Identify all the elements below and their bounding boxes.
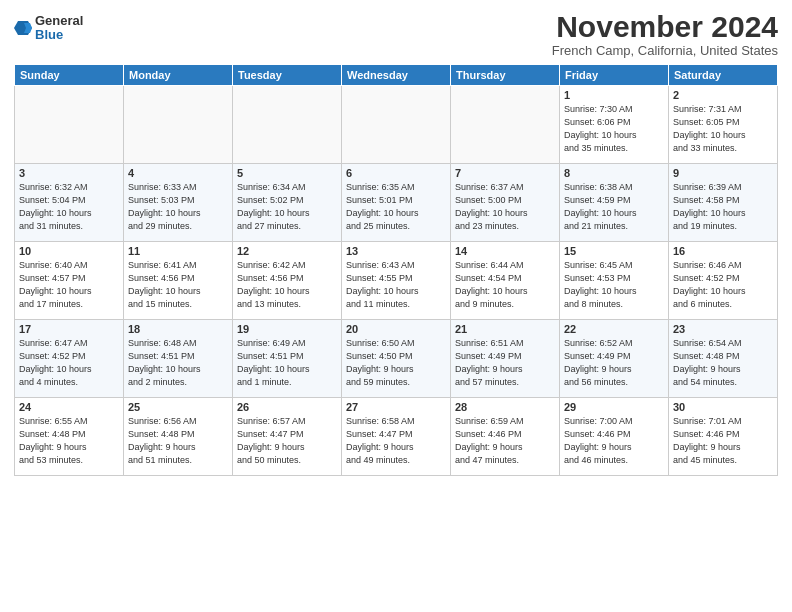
- calendar-cell: 23Sunrise: 6:54 AMSunset: 4:48 PMDayligh…: [669, 320, 778, 398]
- day-info: Sunrise: 7:31 AMSunset: 6:05 PMDaylight:…: [673, 103, 773, 155]
- calendar-week-1: 1Sunrise: 7:30 AMSunset: 6:06 PMDaylight…: [15, 86, 778, 164]
- day-info: Sunrise: 6:51 AMSunset: 4:49 PMDaylight:…: [455, 337, 555, 389]
- day-number: 5: [237, 167, 337, 179]
- calendar-cell: 15Sunrise: 6:45 AMSunset: 4:53 PMDayligh…: [560, 242, 669, 320]
- day-info: Sunrise: 6:46 AMSunset: 4:52 PMDaylight:…: [673, 259, 773, 311]
- calendar-week-4: 17Sunrise: 6:47 AMSunset: 4:52 PMDayligh…: [15, 320, 778, 398]
- calendar-cell: 5Sunrise: 6:34 AMSunset: 5:02 PMDaylight…: [233, 164, 342, 242]
- calendar-cell: 9Sunrise: 6:39 AMSunset: 4:58 PMDaylight…: [669, 164, 778, 242]
- calendar-cell: [342, 86, 451, 164]
- calendar-header-saturday: Saturday: [669, 65, 778, 86]
- calendar-cell: [124, 86, 233, 164]
- day-info: Sunrise: 6:40 AMSunset: 4:57 PMDaylight:…: [19, 259, 119, 311]
- day-number: 6: [346, 167, 446, 179]
- day-info: Sunrise: 6:59 AMSunset: 4:46 PMDaylight:…: [455, 415, 555, 467]
- calendar-cell: 10Sunrise: 6:40 AMSunset: 4:57 PMDayligh…: [15, 242, 124, 320]
- day-number: 17: [19, 323, 119, 335]
- calendar-cell: 22Sunrise: 6:52 AMSunset: 4:49 PMDayligh…: [560, 320, 669, 398]
- logo-general: General: [35, 14, 83, 28]
- day-number: 25: [128, 401, 228, 413]
- day-info: Sunrise: 6:32 AMSunset: 5:04 PMDaylight:…: [19, 181, 119, 233]
- calendar-cell: 6Sunrise: 6:35 AMSunset: 5:01 PMDaylight…: [342, 164, 451, 242]
- calendar-header-tuesday: Tuesday: [233, 65, 342, 86]
- day-info: Sunrise: 6:34 AMSunset: 5:02 PMDaylight:…: [237, 181, 337, 233]
- day-number: 10: [19, 245, 119, 257]
- day-number: 14: [455, 245, 555, 257]
- day-info: Sunrise: 6:50 AMSunset: 4:50 PMDaylight:…: [346, 337, 446, 389]
- calendar-cell: 24Sunrise: 6:55 AMSunset: 4:48 PMDayligh…: [15, 398, 124, 476]
- day-info: Sunrise: 6:45 AMSunset: 4:53 PMDaylight:…: [564, 259, 664, 311]
- calendar-cell: 4Sunrise: 6:33 AMSunset: 5:03 PMDaylight…: [124, 164, 233, 242]
- day-number: 9: [673, 167, 773, 179]
- day-number: 13: [346, 245, 446, 257]
- day-info: Sunrise: 6:41 AMSunset: 4:56 PMDaylight:…: [128, 259, 228, 311]
- calendar-cell: 11Sunrise: 6:41 AMSunset: 4:56 PMDayligh…: [124, 242, 233, 320]
- calendar-header-friday: Friday: [560, 65, 669, 86]
- calendar-header-sunday: Sunday: [15, 65, 124, 86]
- calendar-cell: [15, 86, 124, 164]
- day-number: 7: [455, 167, 555, 179]
- day-info: Sunrise: 6:43 AMSunset: 4:55 PMDaylight:…: [346, 259, 446, 311]
- calendar-header-row: SundayMondayTuesdayWednesdayThursdayFrid…: [15, 65, 778, 86]
- calendar-week-2: 3Sunrise: 6:32 AMSunset: 5:04 PMDaylight…: [15, 164, 778, 242]
- day-info: Sunrise: 6:42 AMSunset: 4:56 PMDaylight:…: [237, 259, 337, 311]
- day-number: 1: [564, 89, 664, 101]
- calendar-cell: 12Sunrise: 6:42 AMSunset: 4:56 PMDayligh…: [233, 242, 342, 320]
- day-info: Sunrise: 6:37 AMSunset: 5:00 PMDaylight:…: [455, 181, 555, 233]
- calendar-cell: 2Sunrise: 7:31 AMSunset: 6:05 PMDaylight…: [669, 86, 778, 164]
- day-number: 19: [237, 323, 337, 335]
- day-info: Sunrise: 6:48 AMSunset: 4:51 PMDaylight:…: [128, 337, 228, 389]
- calendar-cell: 3Sunrise: 6:32 AMSunset: 5:04 PMDaylight…: [15, 164, 124, 242]
- day-number: 2: [673, 89, 773, 101]
- day-number: 21: [455, 323, 555, 335]
- day-info: Sunrise: 6:39 AMSunset: 4:58 PMDaylight:…: [673, 181, 773, 233]
- calendar-cell: [233, 86, 342, 164]
- day-number: 11: [128, 245, 228, 257]
- day-info: Sunrise: 6:38 AMSunset: 4:59 PMDaylight:…: [564, 181, 664, 233]
- calendar-week-3: 10Sunrise: 6:40 AMSunset: 4:57 PMDayligh…: [15, 242, 778, 320]
- day-info: Sunrise: 6:44 AMSunset: 4:54 PMDaylight:…: [455, 259, 555, 311]
- day-number: 28: [455, 401, 555, 413]
- logo-blue: Blue: [35, 28, 83, 42]
- logo-text: General Blue: [35, 14, 83, 43]
- logo: General Blue: [14, 14, 83, 43]
- calendar-cell: 25Sunrise: 6:56 AMSunset: 4:48 PMDayligh…: [124, 398, 233, 476]
- calendar-header-wednesday: Wednesday: [342, 65, 451, 86]
- calendar-cell: 17Sunrise: 6:47 AMSunset: 4:52 PMDayligh…: [15, 320, 124, 398]
- calendar-cell: 29Sunrise: 7:00 AMSunset: 4:46 PMDayligh…: [560, 398, 669, 476]
- calendar-cell: 28Sunrise: 6:59 AMSunset: 4:46 PMDayligh…: [451, 398, 560, 476]
- day-number: 20: [346, 323, 446, 335]
- calendar-cell: 27Sunrise: 6:58 AMSunset: 4:47 PMDayligh…: [342, 398, 451, 476]
- day-info: Sunrise: 6:55 AMSunset: 4:48 PMDaylight:…: [19, 415, 119, 467]
- day-info: Sunrise: 6:57 AMSunset: 4:47 PMDaylight:…: [237, 415, 337, 467]
- day-info: Sunrise: 6:49 AMSunset: 4:51 PMDaylight:…: [237, 337, 337, 389]
- day-info: Sunrise: 6:35 AMSunset: 5:01 PMDaylight:…: [346, 181, 446, 233]
- day-number: 4: [128, 167, 228, 179]
- day-number: 26: [237, 401, 337, 413]
- month-title: November 2024: [552, 10, 778, 43]
- day-info: Sunrise: 7:00 AMSunset: 4:46 PMDaylight:…: [564, 415, 664, 467]
- day-info: Sunrise: 6:33 AMSunset: 5:03 PMDaylight:…: [128, 181, 228, 233]
- day-info: Sunrise: 7:30 AMSunset: 6:06 PMDaylight:…: [564, 103, 664, 155]
- calendar-header-monday: Monday: [124, 65, 233, 86]
- day-info: Sunrise: 6:47 AMSunset: 4:52 PMDaylight:…: [19, 337, 119, 389]
- day-number: 29: [564, 401, 664, 413]
- day-number: 30: [673, 401, 773, 413]
- day-number: 22: [564, 323, 664, 335]
- calendar-cell: 14Sunrise: 6:44 AMSunset: 4:54 PMDayligh…: [451, 242, 560, 320]
- day-info: Sunrise: 6:58 AMSunset: 4:47 PMDaylight:…: [346, 415, 446, 467]
- calendar-cell: 18Sunrise: 6:48 AMSunset: 4:51 PMDayligh…: [124, 320, 233, 398]
- location: French Camp, California, United States: [552, 43, 778, 58]
- page: General Blue November 2024 French Camp, …: [0, 0, 792, 612]
- day-number: 3: [19, 167, 119, 179]
- day-number: 16: [673, 245, 773, 257]
- day-number: 18: [128, 323, 228, 335]
- day-number: 8: [564, 167, 664, 179]
- calendar-cell: 20Sunrise: 6:50 AMSunset: 4:50 PMDayligh…: [342, 320, 451, 398]
- day-number: 15: [564, 245, 664, 257]
- calendar: SundayMondayTuesdayWednesdayThursdayFrid…: [14, 64, 778, 476]
- day-number: 12: [237, 245, 337, 257]
- day-number: 27: [346, 401, 446, 413]
- day-info: Sunrise: 6:56 AMSunset: 4:48 PMDaylight:…: [128, 415, 228, 467]
- calendar-week-5: 24Sunrise: 6:55 AMSunset: 4:48 PMDayligh…: [15, 398, 778, 476]
